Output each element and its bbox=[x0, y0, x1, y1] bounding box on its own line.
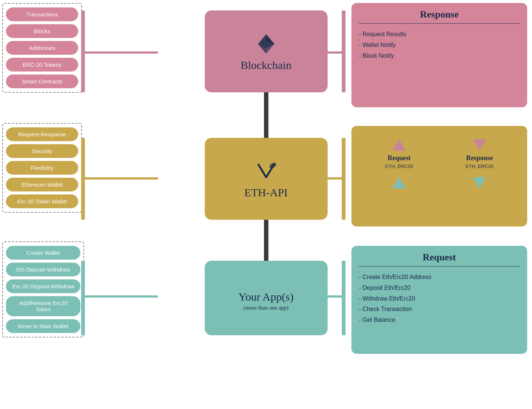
request-item-3: - Check Transaction bbox=[359, 306, 412, 312]
vline-top bbox=[264, 92, 268, 138]
right-request-title: Request bbox=[359, 252, 520, 263]
center-ethapi-box: ETH-API bbox=[205, 138, 328, 220]
left-mid-item-4: Erc-20 Token Wallet bbox=[6, 194, 78, 208]
center-apps-box: Your App(s) (more than one app) bbox=[205, 261, 328, 335]
left-mid-item-1: Security bbox=[6, 144, 78, 158]
request-item-0: - Create Eth/Erc20 Address bbox=[359, 274, 431, 280]
right-request-panel: Request - Create Eth/Erc20 Address - Dep… bbox=[351, 246, 527, 354]
hline-teal-left bbox=[82, 295, 158, 298]
left-bot-item-4: Move to Main Wallet bbox=[6, 319, 80, 333]
response-item-1: - Wallet Notify bbox=[359, 42, 396, 48]
left-bot-item-2: Erc-20 Deposit-Withdraw bbox=[6, 279, 80, 293]
request-col: Request ETH, ERC20 bbox=[385, 137, 413, 191]
left-top-item-2: Addresses bbox=[6, 41, 78, 55]
right-response-panel: Response - Request Results - Wallet Noti… bbox=[351, 3, 527, 107]
response-item-0: - Request Results bbox=[359, 31, 406, 37]
request-divider bbox=[359, 266, 520, 267]
left-top-panel: Transactions Blocks Addresses ERC-20 Tok… bbox=[2, 3, 82, 93]
mid-arrows-container: Request ETH, ERC20 Response ETH, ERC20 bbox=[359, 132, 520, 191]
left-bot-item-1: Eth Deposit-Withdraw bbox=[6, 263, 80, 276]
blockchain-title: Blockchain bbox=[240, 59, 292, 72]
left-mid-item-2: Flexibility bbox=[6, 161, 78, 175]
left-bot-item-0: Create Wallet bbox=[6, 246, 80, 260]
left-mid-panel: Request-Response Security Flexibility Et… bbox=[2, 123, 82, 213]
response-sublabel: ETH, ERC20 bbox=[465, 164, 493, 169]
left-bot-panel: Create Wallet Eth Deposit-Withdraw Erc-2… bbox=[2, 241, 84, 337]
ethapi-title: ETH-API bbox=[244, 186, 288, 199]
right-response-title: Response bbox=[359, 9, 520, 20]
ethapi-icon bbox=[255, 160, 277, 183]
response-label: Response bbox=[466, 154, 493, 162]
pink-down-arrow-icon bbox=[473, 139, 486, 150]
right-mid-panel: Request ETH, ERC20 Response ETH, ERC20 bbox=[351, 126, 527, 226]
request-item-2: - Withdraw Eth/Erc20 bbox=[359, 295, 415, 302]
hline-pink-left bbox=[82, 51, 158, 54]
hline-gold-left bbox=[82, 177, 158, 180]
ethereum-icon bbox=[255, 33, 277, 55]
apps-title: Your App(s) bbox=[239, 291, 294, 303]
right-request-text: - Create Eth/Erc20 Address - Deposit Eth… bbox=[359, 272, 520, 326]
response-divider bbox=[359, 23, 520, 24]
left-top-item-0: Transactions bbox=[6, 7, 78, 21]
vbar-right-teal bbox=[342, 261, 345, 335]
left-mid-item-0: Request-Response bbox=[6, 127, 78, 141]
request-item-1: - Deposit Eth/Erc20 bbox=[359, 285, 411, 291]
teal-down-arrow-icon bbox=[473, 177, 486, 188]
response-item-2: - Block Notify bbox=[359, 53, 394, 59]
right-response-text: - Request Results - Wallet Notify - Bloc… bbox=[359, 29, 520, 61]
request-item-4: - Get Balance bbox=[359, 317, 395, 323]
left-mid-item-3: Ethereum Wallet bbox=[6, 178, 78, 191]
center-blockchain-box: Blockchain bbox=[205, 10, 328, 92]
teal-up-arrow-icon bbox=[392, 177, 406, 188]
pink-up-arrow-icon bbox=[392, 139, 406, 150]
left-bot-item-3: Add/Remove Erc20 Token bbox=[6, 296, 80, 316]
request-sublabel: ETH, ERC20 bbox=[385, 164, 413, 169]
left-top-item-1: Blocks bbox=[6, 24, 78, 38]
vbar-left-teal bbox=[81, 261, 85, 335]
request-label: Request bbox=[388, 154, 411, 162]
response-col: Response ETH, ERC20 bbox=[465, 137, 493, 191]
vline-mid bbox=[264, 220, 268, 261]
apps-subtitle: (more than one app) bbox=[243, 305, 289, 311]
left-top-item-3: ERC-20 Tokens bbox=[6, 58, 78, 72]
left-top-item-4: Smart Contracts bbox=[6, 74, 78, 88]
